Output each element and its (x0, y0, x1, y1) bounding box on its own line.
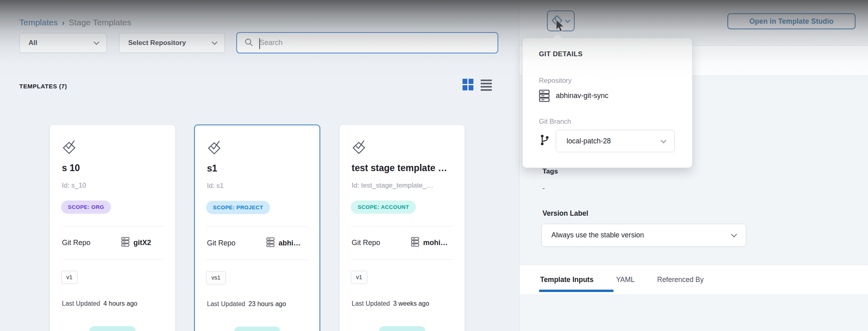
version-label-value: Always use the stable version (551, 231, 644, 239)
git-details-popover: GIT DETAILS Repository abhinav-git-sync … (522, 38, 692, 168)
grid-view-icon[interactable] (463, 79, 475, 91)
git-repo-label: Git Repo (207, 239, 235, 247)
template-id: Id: test_stage_template_… (352, 182, 433, 190)
templates-count-label: TEMPLATES (7) (19, 83, 67, 90)
git-repo-value: gitX2 (133, 239, 151, 247)
chevron-down-icon (661, 137, 666, 145)
last-updated-value: 3 weeks ago (393, 300, 429, 307)
open-in-template-studio-button[interactable]: Open in Template Studio (727, 13, 856, 29)
git-details-title: GIT DETAILS (539, 50, 583, 58)
stage-template-icon (61, 138, 77, 156)
divider (62, 226, 164, 227)
template-title: s1 (207, 163, 217, 174)
version-chip: v1 (61, 271, 78, 284)
stage-type-pill (234, 327, 280, 331)
breadcrumb-current: Stage Templates (69, 18, 131, 27)
search-input[interactable] (253, 39, 497, 47)
template-card-test-stage-template[interactable]: test stage template … Id: test_stage_tem… (339, 125, 465, 331)
repository-filter-value: Select Repository (128, 39, 186, 47)
detail-tabs: Template Inputs YAML Referenced By (520, 265, 868, 294)
repository-value: abhinav-git-sync (556, 92, 608, 100)
templates-list-panel: Templates›Stage Templates All Select Rep… (0, 0, 519, 331)
scope-filter-dropdown[interactable]: All (19, 33, 107, 53)
text-caret (259, 38, 260, 49)
chevron-down-icon (731, 231, 737, 239)
stage-template-icon (351, 138, 366, 156)
repository-icon (266, 237, 274, 249)
breadcrumb: Templates›Stage Templates (19, 18, 131, 27)
template-id: Id: s_10 (62, 182, 86, 190)
tags-label: Tags (542, 168, 558, 176)
repository-icon (411, 237, 419, 248)
tab-template-inputs[interactable]: Template Inputs (540, 276, 594, 284)
list-view-icon[interactable] (481, 80, 492, 91)
last-updated: Last Updated4 hours ago (62, 300, 137, 307)
git-sync-diamond-icon (551, 15, 563, 27)
git-branch-icon (540, 134, 550, 148)
git-repo-value: mohi… (423, 239, 448, 247)
version-label: Version Label (542, 209, 588, 218)
template-card-s1-selected[interactable]: s1 Id: s1 SCOPE: PROJECT Git Repo abhi… … (194, 125, 320, 331)
scope-filter-value: All (29, 39, 37, 47)
scope-badge: SCOPE: ORG (61, 200, 111, 214)
search-box (236, 32, 498, 53)
stage-template-icon (207, 138, 222, 157)
tab-referenced-by[interactable]: Referenced By (657, 276, 704, 284)
last-updated-label: Last Updated (207, 300, 245, 307)
template-title: test stage template … (352, 163, 447, 174)
scope-badge: SCOPE: ACCOUNT (351, 200, 416, 214)
template-card-s10[interactable]: s 10 Id: s_10 SCOPE: ORG Git Repo gitX2 … (49, 125, 176, 331)
tab-yaml[interactable]: YAML (616, 276, 635, 284)
search-icon (244, 38, 253, 48)
template-title: s 10 (62, 163, 80, 174)
repository-label: Repository (539, 77, 571, 85)
divider (352, 259, 453, 259)
divider (62, 259, 164, 259)
stage-type-pill (89, 326, 136, 331)
git-branch-value: local-patch-28 (567, 137, 611, 145)
version-chip: vs1 (206, 271, 226, 284)
repository-filter-dropdown[interactable]: Select Repository (119, 33, 225, 53)
template-id: Id: s1 (207, 182, 224, 190)
last-updated: Last Updated3 weeks ago (352, 300, 429, 307)
breadcrumb-templates-link[interactable]: Templates (19, 18, 58, 27)
version-label-dropdown[interactable]: Always use the stable version (541, 224, 746, 247)
divider (207, 259, 308, 260)
last-updated-value: 4 hours ago (103, 300, 137, 307)
active-tab-underline (539, 290, 614, 292)
divider (207, 227, 308, 227)
last-updated-label: Last Updated (62, 300, 100, 307)
tags-value: - (542, 184, 545, 192)
git-repo-label: Git Repo (62, 239, 90, 247)
git-details-button[interactable] (547, 10, 575, 31)
scope-badge: SCOPE: PROJECT (206, 201, 270, 214)
tab-content-area (520, 294, 868, 331)
last-updated-value: 23 hours ago (248, 300, 286, 307)
chevron-down-icon (94, 41, 99, 45)
last-updated: Last Updated23 hours ago (207, 300, 286, 308)
repository-icon (121, 237, 129, 248)
chevron-down-icon (212, 41, 217, 45)
git-repo-label: Git Repo (352, 239, 380, 247)
last-updated-label: Last Updated (352, 300, 390, 307)
chevron-down-icon (565, 18, 570, 24)
git-branch-label: Git Branch (539, 118, 571, 126)
git-repo-value: abhi… (278, 239, 301, 247)
version-chip: v1 (351, 271, 367, 284)
divider (352, 226, 453, 227)
stage-type-pill (379, 326, 426, 331)
repository-icon (539, 90, 550, 104)
breadcrumb-separator: › (62, 18, 65, 27)
git-branch-dropdown[interactable]: local-patch-28 (556, 130, 675, 152)
